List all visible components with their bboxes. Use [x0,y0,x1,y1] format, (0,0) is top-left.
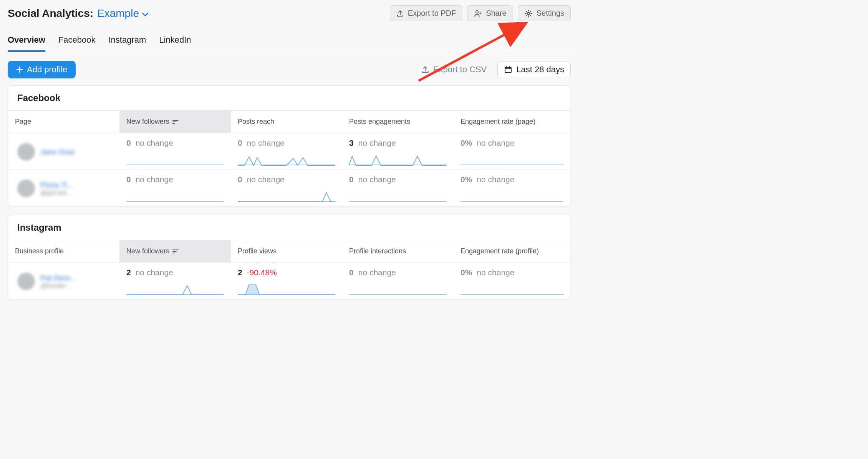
metric-cell: 3no change [342,133,454,170]
metric-value: 0 [238,175,242,184]
metric-change: no change [136,175,173,184]
export-pdf-label: Export to PDF [408,9,456,18]
instagram-panel: Instagram Business profile New followers… [8,215,571,299]
sparkline [461,190,563,202]
add-profile-label: Add profile [27,65,67,75]
metric-value: 0 [349,175,354,184]
col-profile-interactions[interactable]: Profile interactions [342,240,454,263]
add-profile-button[interactable]: Add profile [8,61,76,78]
col-ig-engagement-rate[interactable]: Engagement rate (profile) [454,240,570,263]
metric-value: 3 [349,138,354,148]
metric-value: 2 [126,268,131,277]
date-range-button[interactable]: Last 28 days [497,61,571,78]
svg-rect-2 [505,67,511,73]
sort-icon [172,249,179,254]
share-button[interactable]: Share [467,5,513,21]
metric-change: no change [247,175,285,184]
facebook-panel: Facebook Page New followers Posts reach … [8,85,571,206]
metric-cell: 0no change [342,263,454,299]
table-row[interactable]: Jane Dow [8,133,119,170]
metric-value: 0% [461,138,472,148]
project-selector[interactable]: Example [97,7,148,20]
sparkline [126,190,224,202]
svg-marker-3 [238,285,335,295]
col-page[interactable]: Page [8,110,119,133]
sparkline [461,154,563,165]
metric-cell: 0no change [231,170,342,206]
svg-point-0 [476,10,478,13]
sparkline [238,283,335,295]
tab-facebook[interactable]: Facebook [58,35,96,52]
metric-cell: 0%no change [454,170,570,206]
avatar [17,143,35,161]
metric-change: no change [358,268,396,277]
metric-cell: 0no change [119,170,231,206]
svg-point-1 [527,12,530,15]
tab-linkedin[interactable]: LinkedIn [159,35,191,52]
profile-sub: @bonder… [40,283,78,289]
settings-button[interactable]: Settings [518,5,571,21]
metric-change: no change [136,268,173,277]
metric-cell: 0no change [342,170,454,206]
sparkline [461,283,563,295]
col-posts-engagements[interactable]: Posts engagements [342,110,454,133]
profile-name: Pizza Ti… [40,181,75,190]
col-posts-reach[interactable]: Posts reach [231,110,342,133]
chevron-down-icon [142,13,148,17]
metric-value: 0 [126,175,131,184]
tab-overview[interactable]: Overview [8,35,45,52]
settings-label: Settings [537,9,564,18]
metric-change: no change [358,138,396,148]
metric-value: 0 [238,138,242,148]
date-range-label: Last 28 days [516,65,564,75]
metric-value: 0% [461,268,472,277]
calendar-icon [504,65,512,74]
metric-cell: 0no change [119,133,231,170]
metric-cell: 0%no change [454,263,570,299]
col-ig-new-followers[interactable]: New followers [119,240,231,263]
upload-icon [396,10,404,17]
tab-bar: Overview Facebook Instagram LinkedIn [0,24,578,52]
metric-cell: 0no change [231,133,342,170]
instagram-panel-title: Instagram [8,215,570,240]
table-row[interactable]: Pat Dem… @bonder… [8,263,119,299]
export-csv-button[interactable]: Export to CSV [421,65,487,75]
table-row[interactable]: Pizza Ti… @grd twh… [8,170,119,206]
metric-cell: 2-90.48% [231,263,342,299]
metric-cell: 2no change [119,263,231,299]
col-new-followers-label: New followers [126,118,169,126]
sparkline [349,283,447,295]
page-title-prefix: Social Analytics: [8,7,93,20]
metric-change: -90.48% [247,268,277,277]
col-engagement-rate[interactable]: Engagement rate (page) [454,110,570,133]
upload-icon [421,65,429,74]
profile-sub: @grd twh… [40,190,75,196]
metric-cell: 0%no change [454,133,570,170]
sparkline [349,190,447,202]
plus-icon [16,66,23,73]
share-label: Share [486,9,506,18]
avatar [17,273,35,290]
export-pdf-button[interactable]: Export to PDF [390,5,463,21]
tab-instagram[interactable]: Instagram [108,35,146,52]
col-new-followers[interactable]: New followers [119,110,231,133]
metric-change: no change [358,175,396,184]
project-name: Example [97,7,139,20]
col-profile-views[interactable]: Profile views [231,240,342,263]
sparkline [238,154,335,165]
metric-change: no change [477,268,514,277]
sparkline [126,283,224,295]
sort-icon [172,120,179,124]
sparkline [126,154,224,165]
sparkline [238,190,335,202]
col-ig-new-followers-label: New followers [126,247,169,255]
sparkline [349,154,447,165]
export-csv-label: Export to CSV [433,65,487,75]
col-business-profile[interactable]: Business profile [8,240,119,263]
facebook-panel-title: Facebook [8,86,570,110]
metric-change: no change [247,138,285,148]
metric-value: 2 [238,268,242,277]
metric-change: no change [477,175,514,184]
metric-change: no change [477,138,514,148]
metric-change: no change [136,138,173,148]
